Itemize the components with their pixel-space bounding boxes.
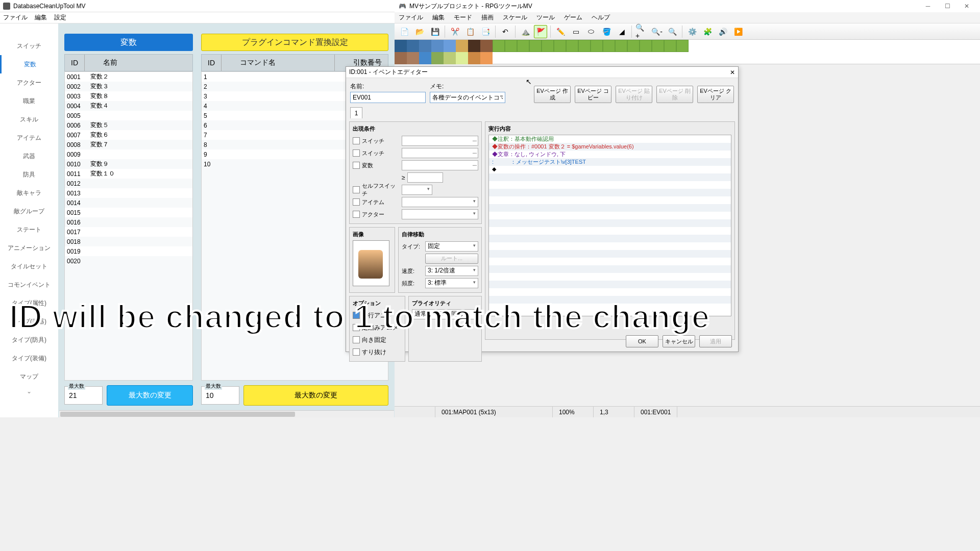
list-item[interactable]: 0011変数１０ — [65, 169, 192, 179]
cond-var-value[interactable] — [407, 172, 443, 183]
cond-switch1-field[interactable]: ... — [402, 136, 478, 146]
menu-file[interactable]: ファイル — [3, 13, 28, 22]
sidebar-item[interactable]: 職業 — [0, 92, 58, 110]
ellipse-icon[interactable]: ⬭ — [584, 25, 598, 38]
var-change-max-button[interactable]: 最大数の変更 — [107, 385, 193, 406]
right-menubar[interactable]: ファイル編集モード描画スケールツールゲームヘルプ — [395, 12, 980, 23]
fill-icon[interactable]: 🪣 — [600, 25, 613, 38]
tile[interactable] — [407, 52, 419, 64]
copy-icon[interactable]: 📋 — [463, 25, 477, 38]
tile[interactable] — [480, 52, 493, 64]
undo-icon[interactable]: ↶ — [499, 25, 512, 38]
sidebar-item[interactable]: 敵グループ — [0, 202, 58, 220]
tile[interactable] — [652, 40, 664, 52]
tile[interactable] — [603, 40, 615, 52]
tab-1[interactable]: 1 — [350, 107, 362, 118]
tile[interactable] — [468, 52, 480, 64]
list-item[interactable]: 0004変数４ — [65, 101, 192, 111]
zoom-actual-icon[interactable]: 🔍 — [666, 25, 679, 38]
exec-line[interactable]: ◆ — [489, 166, 731, 173]
cond-var-chk[interactable] — [353, 162, 360, 169]
list-item[interactable]: 0009 — [65, 149, 192, 159]
left-hscrollbar[interactable] — [59, 410, 394, 417]
cond-item-dd[interactable] — [402, 197, 478, 207]
sound-icon[interactable]: 🔊 — [716, 25, 729, 38]
cond-switch2-field[interactable]: ... — [402, 148, 478, 158]
sidebar-item[interactable]: アニメーション — [0, 239, 58, 257]
move-freq-dd[interactable]: 3: 標準 — [425, 278, 478, 288]
tile[interactable] — [640, 40, 652, 52]
tile[interactable] — [456, 52, 468, 64]
sidebar-item[interactable]: タイルセット — [0, 257, 58, 276]
cond-var-field[interactable]: ... — [402, 160, 478, 170]
tile[interactable] — [517, 40, 529, 52]
opt-dir-chk[interactable] — [353, 336, 360, 343]
exec-line[interactable]: ◆注釈：基本動作確認用 — [489, 135, 731, 143]
move-type-dd[interactable]: 固定 — [425, 241, 478, 252]
open-icon[interactable]: 📂 — [413, 25, 426, 38]
event-image[interactable] — [353, 240, 389, 286]
evpage-new-button[interactable]: EVページ 作成 — [534, 86, 571, 103]
sidebar-item[interactable]: アクター — [0, 73, 58, 92]
menu-item[interactable]: 編集 — [432, 13, 445, 22]
chevron-down-icon[interactable]: ⌄ — [0, 388, 58, 395]
tile[interactable] — [480, 40, 493, 52]
tile[interactable] — [505, 40, 517, 52]
list-item[interactable]: 0012 — [65, 179, 192, 188]
menu-item[interactable]: 描画 — [481, 13, 494, 22]
right-toolbar[interactable]: 📄 📂 💾 ✂️ 📋 📑 ↶ ⛰️ 🚩 ✏️ ▭ ⬭ 🪣 ◢ 🔍+ 🔍- 🔍 ⚙… — [395, 23, 980, 40]
list-item[interactable]: 0005 — [65, 111, 192, 120]
evpage-clear-button[interactable]: EVページ クリア — [697, 86, 734, 103]
sidebar-item[interactable]: アイテム — [0, 129, 58, 147]
sidebar-item[interactable]: 防具 — [0, 165, 58, 184]
tile[interactable] — [627, 40, 640, 52]
event-name-input[interactable] — [350, 92, 426, 103]
sidebar-item[interactable]: スキル — [0, 110, 58, 129]
tile[interactable] — [407, 40, 419, 52]
menu-item[interactable]: ゲーム — [564, 13, 582, 22]
tile[interactable] — [554, 40, 566, 52]
shadow-icon[interactable]: ◢ — [615, 25, 628, 38]
pencil-icon[interactable]: ✏️ — [554, 25, 567, 38]
list-item[interactable]: 0003変数８ — [65, 91, 192, 101]
cond-self-dd[interactable] — [402, 185, 432, 195]
exec-line[interactable]: ◆変数の操作：#0001 変数２ = $gameVariables.value(… — [489, 143, 731, 151]
maximize-button[interactable]: ☐ — [938, 1, 957, 11]
event-memo-input[interactable] — [430, 92, 505, 103]
opt-through-chk[interactable] — [353, 348, 360, 356]
list-item[interactable]: 0016 — [65, 217, 192, 227]
tile[interactable] — [444, 52, 456, 64]
menu-item[interactable]: スケール — [503, 13, 527, 22]
sidebar-item[interactable]: コモンイベント — [0, 276, 58, 294]
cond-actor-dd[interactable] — [402, 209, 478, 219]
exec-line[interactable]: ◆文章：なし, ウィンドウ, 下 — [489, 151, 731, 158]
menu-item[interactable]: ツール — [536, 13, 555, 22]
tileset-bar[interactable] — [395, 40, 980, 64]
list-item[interactable]: 0014 — [65, 198, 192, 208]
sidebar-item[interactable]: タイプ(装備) — [0, 349, 58, 367]
move-speed-dd[interactable]: 3: 1/2倍速 — [425, 266, 478, 276]
list-item[interactable]: 0006変数５ — [65, 120, 192, 130]
zoom-out-icon[interactable]: 🔍- — [650, 25, 664, 38]
tile[interactable] — [395, 40, 407, 52]
list-item[interactable]: 0002変数３ — [65, 82, 192, 91]
evpage-tabs[interactable]: 1 — [346, 107, 738, 118]
minimize-button[interactable]: ─ — [919, 1, 937, 11]
cond-switch2-chk[interactable] — [353, 149, 360, 157]
tile[interactable] — [615, 40, 627, 52]
list-item[interactable]: 0001変数２ — [65, 72, 192, 82]
list-item[interactable]: 0008変数７ — [65, 140, 192, 149]
cond-self-chk[interactable] — [353, 186, 360, 193]
map-mode-icon[interactable]: ⛰️ — [519, 25, 532, 38]
cancel-button[interactable]: キャンセル — [663, 335, 695, 347]
tile[interactable] — [419, 40, 431, 52]
plugin-max-field[interactable]: 最大数 — [201, 386, 239, 405]
var-max-field[interactable]: 最大数 — [64, 386, 103, 405]
tile[interactable] — [529, 40, 542, 52]
ok-button[interactable]: OK — [626, 335, 658, 347]
exec-line[interactable]: : ：メッセージテスト\v[3]TEST — [489, 158, 731, 166]
evpage-copy-button[interactable]: EVページ コピー — [575, 86, 611, 103]
close-button[interactable]: ✕ — [958, 1, 976, 11]
database-icon[interactable]: ⚙️ — [685, 25, 699, 38]
list-item[interactable]: 0010変数９ — [65, 159, 192, 169]
